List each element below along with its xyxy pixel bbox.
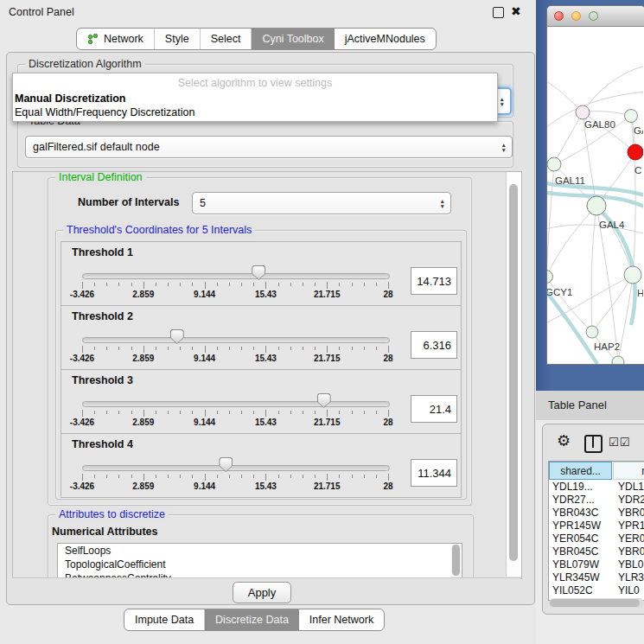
settings-scrollbar[interactable] [506, 172, 521, 577]
cell-name[interactable]: YDL1 [613, 481, 644, 494]
table-row[interactable]: YBR043CYBR0 [549, 507, 644, 520]
close-icon[interactable]: ✖ [511, 4, 521, 18]
table-row[interactable]: YER054CYER0 [549, 532, 644, 545]
columns-icon[interactable] [584, 435, 603, 453]
cell-name[interactable]: YLR3 [613, 571, 644, 584]
table-row[interactable]: YDL19...YDL1 [549, 481, 644, 494]
slider-track[interactable] [82, 337, 390, 343]
minor-tick [192, 347, 193, 350]
network-node[interactable] [587, 196, 606, 215]
scrollbar-thumb[interactable] [509, 184, 518, 561]
cell-name[interactable]: YBL0 [613, 558, 644, 571]
table-row[interactable]: YDR27...YDR2 [549, 494, 644, 507]
column-header-shared-name[interactable]: shared... [549, 462, 612, 480]
network-node[interactable] [547, 271, 553, 284]
table-row[interactable]: YLR345WYLR3 [549, 571, 644, 584]
cell-name[interactable]: YPR1 [613, 520, 644, 532]
checkbox-icons[interactable]: ☑☑ [609, 436, 630, 449]
threshold-value-field[interactable]: 21.4 [411, 395, 457, 423]
cell-name[interactable]: YIL0 [613, 584, 644, 597]
minimize-traffic-light-icon[interactable] [571, 11, 581, 21]
cell-shared-name[interactable]: YIL052C [549, 584, 613, 597]
network-node[interactable] [576, 105, 590, 119]
network-node[interactable] [628, 144, 643, 160]
tab-style[interactable]: Style [155, 29, 201, 49]
tab-select[interactable]: Select [201, 29, 252, 49]
apply-button[interactable]: Apply [233, 582, 291, 603]
cell-shared-name[interactable]: YDR27... [549, 494, 613, 507]
cell-shared-name[interactable]: YDL19... [549, 481, 613, 494]
table-data-combobox[interactable]: galFiltered.sif default node ▲▼ [25, 136, 513, 158]
horizontal-scrollbar[interactable] [549, 598, 644, 608]
cell-name[interactable]: YDR2 [613, 494, 644, 507]
scrollbar-thumb[interactable] [452, 545, 460, 576]
minor-tick [364, 475, 365, 478]
attributes-list[interactable]: SelfLoopsTopologicalCoefficientBetweenne… [57, 543, 462, 579]
slider-track[interactable] [82, 465, 390, 471]
combo-arrows-icon: ▲▼ [440, 199, 445, 208]
cell-shared-name[interactable]: YPR145W [549, 520, 613, 532]
minor-tick [94, 347, 95, 350]
cell-shared-name[interactable]: YLR345W [549, 571, 613, 584]
zoom-traffic-light-icon[interactable] [589, 11, 598, 21]
threshold-value-field[interactable]: 6.316 [411, 331, 457, 359]
minor-tick [376, 347, 377, 350]
slider-track[interactable] [82, 401, 390, 407]
network-node[interactable] [625, 110, 638, 123]
network-canvas[interactable]: GAL80GACGAL11GAL4GCY1HHAP2 [547, 27, 643, 364]
attribute-item[interactable]: TopologicalCoefficient [58, 558, 462, 571]
minor-tick [290, 475, 291, 478]
threshold-label: Threshold 4 [72, 438, 133, 450]
number-of-intervals-combobox[interactable]: 5 ▲▼ [192, 192, 451, 214]
tab-network[interactable]: Network [77, 29, 155, 49]
threshold-label: Threshold 1 [72, 246, 133, 258]
scrollbar-thumb[interactable] [550, 599, 640, 607]
node-attribute-table[interactable]: shared... na YDL19...YDL1YDR27...YDR2YBR… [548, 461, 644, 601]
minor-tick [303, 475, 303, 478]
cell-name[interactable]: YBR0 [613, 545, 644, 558]
cell-shared-name[interactable]: YBR045C [549, 545, 613, 558]
attributes-group: Attributes to discretize Numerical Attri… [48, 514, 474, 579]
close-traffic-light-icon[interactable] [554, 11, 564, 21]
minor-tick [253, 347, 254, 350]
attributes-scrollbar[interactable] [451, 545, 461, 579]
tab-infer-network[interactable]: Infer Network [299, 609, 384, 630]
minor-tick [339, 475, 340, 478]
cell-shared-name[interactable]: YER054C [549, 532, 613, 545]
slider-track[interactable] [82, 273, 390, 279]
gear-icon[interactable]: ⚙ [557, 431, 571, 450]
minor-tick [180, 411, 181, 414]
network-window-titlebar[interactable] [547, 6, 644, 27]
tab-jactivemnodules[interactable]: jActiveMNodules [335, 29, 436, 49]
cell-shared-name[interactable]: YBL079W [549, 558, 613, 571]
popup-item-manual-discretization[interactable]: Manual Discretization [15, 92, 126, 105]
cell-name[interactable]: YBR0 [613, 507, 644, 520]
column-header-name[interactable]: na [613, 462, 644, 480]
table-row[interactable]: YPR145WYPR1 [549, 520, 644, 532]
major-tick [327, 474, 328, 481]
tab-discretize-data[interactable]: Discretize Data [205, 609, 299, 630]
tick-label: 28 [367, 290, 410, 299]
table-row[interactable]: YIL052CYIL0 [549, 584, 644, 597]
minor-tick [364, 283, 365, 286]
attribute-item[interactable]: SelfLoops [58, 544, 462, 558]
tab-impute-data[interactable]: Impute Data [124, 609, 205, 630]
threshold-value-field[interactable]: 11.344 [411, 459, 457, 487]
network-node[interactable] [624, 266, 641, 284]
control-panel-titlebar: Control Panel ✖ [0, 0, 536, 24]
network-node[interactable] [612, 356, 624, 364]
tab-cyni-toolbox[interactable]: Cyni Toolbox [252, 29, 334, 49]
cell-shared-name[interactable]: YBR043C [549, 507, 613, 520]
network-node[interactable] [586, 326, 598, 338]
popup-item-equal-width-frequency[interactable]: Equal Width/Frequency Discretization [15, 106, 194, 118]
threshold-value-field[interactable]: 14.713 [411, 267, 457, 295]
tab-network-label: Network [104, 33, 143, 45]
table-row[interactable]: YBL079WYBL0 [549, 558, 644, 571]
float-window-icon[interactable] [493, 7, 504, 18]
table-row[interactable]: YBR045CYBR0 [549, 545, 644, 558]
tick-label: -3.426 [61, 290, 104, 299]
tick-label: 2.859 [122, 354, 165, 363]
network-node[interactable] [547, 157, 561, 171]
attributes-title: Attributes to discretize [55, 508, 169, 520]
cell-name[interactable]: YER0 [613, 532, 644, 545]
